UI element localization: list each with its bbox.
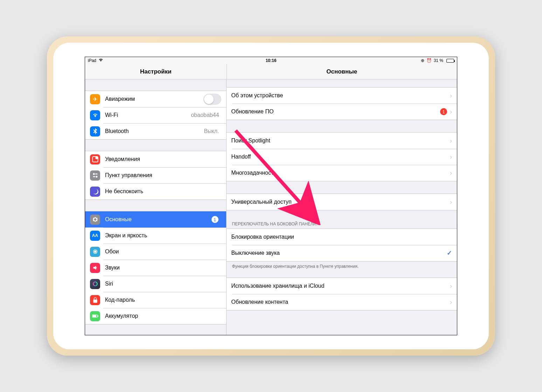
- svg-rect-12: [93, 315, 96, 317]
- chevron-right-icon: ›: [450, 137, 452, 145]
- chevron-right-icon: ›: [450, 169, 452, 177]
- wifi-icon: [98, 58, 103, 63]
- svg-rect-11: [98, 315, 98, 317]
- detail-mute[interactable]: Выключение звука ✓: [227, 245, 457, 261]
- background-refresh-label: Обновление контента: [231, 299, 450, 305]
- lock-rotation-label: Блокировка ориентации: [231, 234, 452, 240]
- side-switch-footer: Функция блокировки ориентации доступна в…: [227, 261, 457, 271]
- airplane-label: Авиарежим: [105, 96, 203, 102]
- detail-spotlight[interactable]: Поиск Spotlight ›: [227, 133, 457, 149]
- sounds-icon: [90, 263, 100, 273]
- display-icon: AA: [90, 231, 100, 241]
- detail-accessibility[interactable]: Универсальный доступ ›: [227, 194, 457, 210]
- detail-lock-rotation[interactable]: Блокировка ориентации: [227, 229, 457, 245]
- detail-handoff[interactable]: Handoff ›: [227, 149, 457, 165]
- spotlight-label: Поиск Spotlight: [231, 138, 450, 144]
- detail-background-refresh[interactable]: Обновление контента ›: [227, 294, 457, 310]
- sidebar-item-wifi[interactable]: Wi-Fi obaobab44: [85, 107, 226, 123]
- detail-group-side-switch: Блокировка ориентации Выключение звука ✓: [227, 229, 457, 261]
- detail-group-accessibility: Универсальный доступ ›: [227, 194, 457, 210]
- ipad-frame: iPad 10:16 ⊕ ⏰ 31 % Настройки Основные: [47, 36, 495, 356]
- general-label: Основные: [105, 216, 211, 223]
- wifi-settings-icon: [90, 110, 100, 120]
- orientation-lock-icon: ⊕: [421, 58, 424, 63]
- status-bar: iPad 10:16 ⊕ ⏰ 31 %: [85, 57, 457, 64]
- battery-percent: 31 %: [434, 58, 443, 63]
- bluetooth-label: Bluetooth: [105, 128, 204, 134]
- storage-label: Использование хранилища и iCloud: [231, 283, 450, 289]
- sidebar-item-passcode[interactable]: Код-пароль: [85, 292, 226, 308]
- sidebar-title: Настройки: [85, 64, 227, 79]
- detail-group-features: Поиск Spotlight › Handoff › Многозадачно…: [227, 132, 457, 181]
- svg-rect-9: [93, 300, 97, 303]
- sidebar-item-wallpaper[interactable]: Обои: [85, 244, 226, 260]
- detail-multitasking[interactable]: Многозадачность ›: [227, 165, 457, 181]
- accessibility-label: Универсальный доступ: [231, 199, 450, 205]
- siri-label: Siri: [105, 281, 221, 287]
- svg-rect-3: [95, 174, 97, 175]
- sidebar-item-sounds[interactable]: Звуки: [85, 260, 226, 276]
- sidebar-item-dnd[interactable]: Не беспокоить: [85, 183, 226, 200]
- detail-about[interactable]: Об этом устройстве ›: [227, 88, 457, 104]
- side-switch-header: ПЕРЕКЛЮЧАТЕЛЬ НА БОКОВОЙ ПАНЕЛИ:: [227, 219, 457, 229]
- airplane-toggle[interactable]: [203, 94, 221, 105]
- gear-icon: [90, 215, 100, 225]
- detail-storage[interactable]: Использование хранилища и iCloud ›: [227, 278, 457, 294]
- moon-icon: [90, 187, 100, 197]
- svg-point-4: [96, 176, 97, 177]
- sidebar-item-bluetooth[interactable]: Bluetooth Выкл.: [85, 123, 226, 139]
- wallpaper-icon: [90, 247, 100, 257]
- content: ✈ Авиарежим Wi-Fi obaobab44: [85, 79, 457, 335]
- wifi-label: Wi-Fi: [105, 112, 191, 118]
- mute-label: Выключение звука: [231, 250, 447, 256]
- sidebar-item-control-center[interactable]: Пункт управления: [85, 167, 226, 183]
- sidebar-item-battery[interactable]: Аккумулятор: [85, 308, 226, 324]
- notifications-label: Уведомления: [105, 156, 221, 162]
- detail-title: Основные: [227, 64, 457, 79]
- alarm-icon: ⏰: [426, 58, 432, 63]
- sidebar-group-alerts: Уведомления Пункт управления: [85, 151, 226, 200]
- svg-point-8: [93, 282, 97, 286]
- siri-icon: [90, 279, 100, 289]
- sounds-label: Звуки: [105, 265, 221, 271]
- wallpaper-label: Обои: [105, 248, 221, 255]
- control-center-label: Пункт управления: [105, 172, 221, 178]
- chevron-right-icon: ›: [450, 198, 452, 206]
- nav-bar: Настройки Основные: [85, 64, 457, 79]
- sidebar-item-display[interactable]: AA Экран и яркость: [85, 227, 226, 244]
- software-update-label: Обновление ПО: [231, 108, 440, 115]
- passcode-label: Код-пароль: [105, 297, 221, 303]
- detail-software-update[interactable]: Обновление ПО 1 ›: [227, 104, 457, 120]
- detail-group-storage: Использование хранилища и iCloud › Обнов…: [227, 278, 457, 310]
- handoff-label: Handoff: [231, 154, 450, 160]
- display-label: Экран и яркость: [105, 232, 221, 239]
- detail-group-info: Об этом устройстве › Обновление ПО 1 ›: [227, 87, 457, 120]
- battery-label: Аккумулятор: [105, 313, 221, 319]
- sidebar-item-airplane[interactable]: ✈ Авиарежим: [85, 91, 226, 107]
- sidebar-item-notifications[interactable]: Уведомления: [85, 151, 226, 167]
- device-label: iPad: [88, 58, 96, 63]
- battery-settings-icon: [90, 311, 100, 321]
- chevron-right-icon: ›: [450, 153, 452, 161]
- software-update-badge: 1: [440, 108, 447, 115]
- general-badge: 1: [211, 216, 218, 223]
- notifications-icon: [90, 154, 100, 164]
- battery-icon: [445, 59, 454, 63]
- sidebar-item-siri[interactable]: Siri: [85, 276, 226, 292]
- lock-icon: [90, 295, 100, 305]
- about-label: Об этом устройстве: [231, 92, 450, 99]
- control-center-icon: [90, 170, 100, 181]
- detail-pane[interactable]: Об этом устройстве › Обновление ПО 1 › П…: [227, 79, 457, 335]
- chevron-right-icon: ›: [450, 282, 452, 290]
- sidebar-item-general[interactable]: Основные 1: [85, 211, 226, 227]
- wifi-value: obaobab44: [191, 112, 219, 118]
- svg-point-1: [96, 157, 97, 159]
- settings-sidebar[interactable]: ✈ Авиарежим Wi-Fi obaobab44: [85, 79, 227, 335]
- chevron-right-icon: ›: [450, 108, 452, 115]
- multitasking-label: Многозадачность: [231, 170, 450, 176]
- dnd-label: Не беспокоить: [105, 188, 221, 195]
- chevron-right-icon: ›: [450, 299, 452, 306]
- bluetooth-value: Выкл.: [204, 128, 219, 134]
- sidebar-group-connectivity: ✈ Авиарежим Wi-Fi obaobab44: [85, 91, 226, 140]
- svg-rect-5: [93, 176, 95, 177]
